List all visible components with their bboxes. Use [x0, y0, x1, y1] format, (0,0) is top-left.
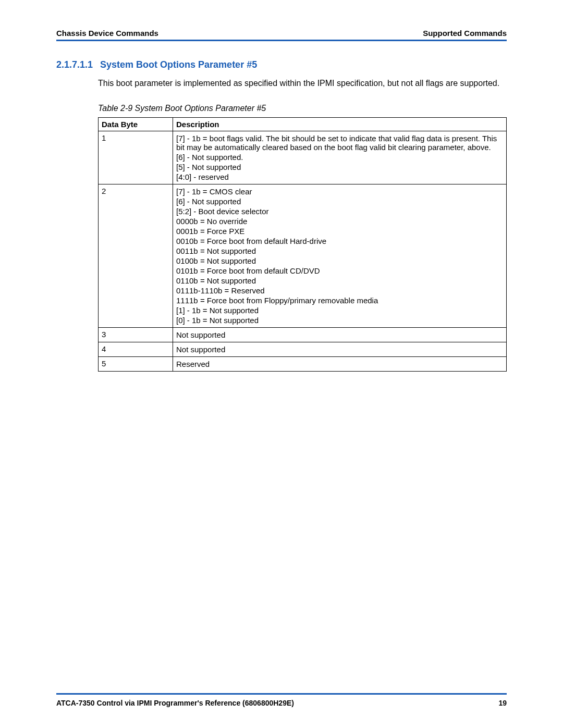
col-header-databyte: Data Byte	[99, 117, 173, 131]
header-right: Supported Commands	[423, 29, 507, 38]
description-line: [6] - Not supported.	[176, 152, 503, 162]
footer-left: ATCA-7350 Control via IPMI Programmer's …	[56, 699, 294, 707]
section-number: 2.1.7.1.1	[56, 59, 93, 70]
description-line: [7] - 1b = CMOS clear	[176, 187, 503, 196]
intro-paragraph: This boot parameter is implemented as sp…	[98, 78, 507, 89]
description-line: [6] - Not supported	[176, 196, 503, 206]
header-rule	[56, 40, 507, 41]
description-line: 0000b = No override	[176, 216, 503, 226]
description-line: [1] - 1b = Not supported	[176, 305, 503, 315]
cell-description: [7] - 1b = CMOS clear[6] - Not supported…	[173, 184, 507, 327]
cell-databyte: 5	[99, 356, 173, 371]
description-line: 0001b = Force PXE	[176, 226, 503, 236]
description-line: 0100b = Not supported	[176, 256, 503, 266]
running-header: Chassis Device Commands Supported Comman…	[56, 29, 507, 40]
description-line: 0101b = Force boot from default CD/DVD	[176, 266, 503, 276]
table-row: 2[7] - 1b = CMOS clear[6] - Not supporte…	[99, 184, 507, 327]
footer-page-number: 19	[498, 699, 507, 707]
section-title: System Boot Options Parameter #5	[100, 59, 257, 70]
footer-rule	[56, 693, 507, 695]
description-line: 0110b = Not supported	[176, 276, 503, 286]
header-left: Chassis Device Commands	[56, 29, 158, 38]
page: Chassis Device Commands Supported Comman…	[0, 0, 563, 728]
table-header-row: Data Byte Description	[99, 117, 507, 131]
table-caption: Table 2-9 System Boot Options Parameter …	[98, 104, 507, 113]
table-row: 5Reserved	[99, 356, 507, 371]
cell-databyte: 1	[99, 131, 173, 184]
table-row: 4Not supported	[99, 342, 507, 356]
cell-databyte: 4	[99, 342, 173, 356]
spacer	[56, 372, 507, 693]
table-row: 1[7] - 1b = boot flags valid. The bit sh…	[99, 131, 507, 184]
cell-description: Reserved	[173, 356, 507, 371]
description-line: [5] - Not supported	[176, 162, 503, 172]
description-line: Not supported	[176, 344, 503, 354]
cell-databyte: 2	[99, 184, 173, 327]
description-line: [7] - 1b = boot flags valid. The bit sho…	[176, 133, 503, 152]
section-heading: 2.1.7.1.1 System Boot Options Parameter …	[56, 59, 507, 70]
cell-description: [7] - 1b = boot flags valid. The bit sho…	[173, 131, 507, 184]
description-line: [5:2] - Boot device selector	[176, 206, 503, 216]
col-header-description: Description	[173, 117, 507, 131]
description-line: 0111b-1110b = Reserved	[176, 286, 503, 295]
description-line: [0] - 1b = Not supported	[176, 315, 503, 325]
description-line: [4:0] - reserved	[176, 172, 503, 182]
description-line: Not supported	[176, 330, 503, 340]
description-line: 0011b = Not supported	[176, 246, 503, 256]
description-line: 0010b = Force boot from default Hard-dri…	[176, 236, 503, 246]
running-footer: ATCA-7350 Control via IPMI Programmer's …	[56, 699, 507, 707]
description-line: 1111b = Force boot from Floppy/primary r…	[176, 295, 503, 305]
description-line: Reserved	[176, 359, 503, 369]
cell-description: Not supported	[173, 327, 507, 342]
cell-description: Not supported	[173, 342, 507, 356]
cell-databyte: 3	[99, 327, 173, 342]
boot-options-table: Data Byte Description 1[7] - 1b = boot f…	[98, 117, 507, 372]
table-row: 3Not supported	[99, 327, 507, 342]
